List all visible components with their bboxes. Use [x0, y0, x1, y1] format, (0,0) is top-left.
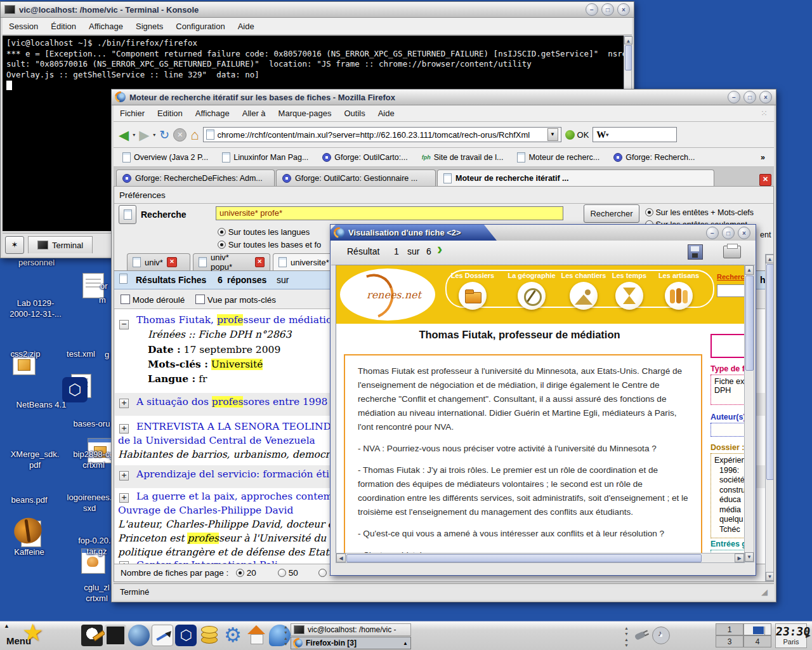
desktop-icon-testxml[interactable]: test.xml — [54, 349, 108, 359]
pager-desktop-4[interactable]: 4 — [743, 635, 771, 647]
irenees-logo[interactable]: renees.net — [340, 269, 435, 321]
menu-session[interactable]: Session — [9, 22, 38, 31]
result-5-title-line2[interactable]: Ouvrage de Charles-Philippe David — [118, 505, 294, 516]
search-submit-button[interactable]: Rechercher — [584, 204, 639, 223]
close-button[interactable]: × — [759, 91, 772, 103]
desktop-icon-personnel[interactable]: personnel — [6, 258, 67, 267]
go-button[interactable]: OK — [565, 130, 589, 140]
maximize-button[interactable]: □ — [601, 3, 614, 16]
menu-aide[interactable]: Aide — [238, 22, 254, 31]
back-dropdown-icon[interactable]: ▾ — [133, 132, 135, 138]
desktop-icon-lab-label[interactable]: Lab 0129- — [0, 298, 71, 308]
kmenu-button[interactable]: ★ Menu — [6, 621, 73, 649]
result-2-title[interactable]: A situação dos professores entre 1998 — [136, 396, 327, 408]
home-icon[interactable] — [246, 625, 267, 646]
menu-edition[interactable]: Edition — [157, 109, 183, 118]
desktop-icon-xmerge-label[interactable]: XMerge_sdk. — [0, 449, 70, 459]
lang-radio[interactable]: Sur toutes les langues — [218, 227, 310, 237]
desktop-icon-xmerge-label2[interactable]: pdf — [0, 460, 70, 470]
desktop-icon-css2zip[interactable]: css2.zip — [3, 349, 48, 359]
resize-grip-icon[interactable]: ◢ — [761, 587, 768, 597]
menu-fichier[interactable]: Fichier — [120, 109, 145, 118]
pagesize-radio-50[interactable]: 50 — [278, 568, 298, 578]
preferences-link[interactable]: Préférences — [119, 190, 166, 200]
print-button[interactable] — [723, 246, 741, 258]
expand-icon[interactable] — [119, 424, 129, 434]
minimize-button[interactable]: − — [706, 227, 719, 239]
home-button[interactable]: ⌂ — [190, 128, 199, 142]
query-tab-univ-popu[interactable]: univ* popu*✕ — [193, 253, 270, 270]
expand-icon[interactable] — [119, 493, 129, 503]
forward-button[interactable]: ▶ — [139, 128, 149, 142]
coins-icon[interactable] — [199, 625, 220, 646]
netbeans-launcher-icon[interactable]: ⬡ — [175, 625, 197, 646]
result-5-title[interactable]: La guerre et la paix, approches contem — [136, 491, 332, 502]
collapse-icon[interactable] — [119, 320, 129, 329]
viewer-horizontal-scrollbar[interactable]: ◀ ▶ — [336, 553, 745, 563]
tab-gforge-recherchedefiches[interactable]: Gforge: RechercheDeFiches: Adm... — [116, 169, 275, 186]
result-6-title[interactable]: Center for International Poli — [136, 559, 278, 564]
desktop-icon-beans[interactable]: beans.pdf — [0, 495, 58, 505]
konsole-titlebar[interactable]: vic@localhost: /home/vic - Terminal - Ko… — [1, 2, 634, 18]
bookmark-overview-java[interactable]: Overview (Java 2 P... — [122, 152, 208, 162]
globe-browser-icon[interactable] — [128, 625, 150, 646]
menu-aide[interactable]: Aide — [378, 109, 395, 118]
tab-close-button[interactable]: ✕ — [759, 174, 771, 186]
stop-button[interactable]: ✕ — [173, 128, 187, 142]
task-list-scroll-icons[interactable]: ▲▼▲▼ — [284, 624, 288, 647]
mode-deroule-checkbox[interactable]: Mode déroulé — [121, 295, 185, 305]
reload-button[interactable]: ↻ — [159, 128, 169, 142]
result-4-title[interactable]: Aprendizaje del servicio: formación éti — [136, 468, 329, 480]
banner-search-label[interactable]: Recherch — [717, 273, 745, 281]
url-dropdown-button[interactable]: ▼ — [547, 128, 558, 141]
pager-desktop-2-active[interactable] — [743, 623, 771, 635]
nav-les-temps[interactable]: Les temps — [603, 272, 656, 310]
close-button[interactable]: × — [738, 227, 750, 239]
netbeans-icon[interactable]: ⬡ — [62, 377, 88, 402]
bookmark-moteur-recherche[interactable]: Moteur de recherc... — [517, 152, 599, 162]
pagesize-radio-20[interactable]: 20 — [236, 568, 256, 578]
menu-edition[interactable]: Édition — [51, 22, 76, 31]
bookmarks-overflow-chevron[interactable]: » — [761, 153, 765, 162]
text-editor-icon[interactable] — [152, 625, 173, 646]
next-result-button[interactable]: › — [437, 240, 442, 258]
expand-icon[interactable] — [119, 399, 129, 408]
panel-hide-right-icon[interactable]: ▶ — [806, 632, 811, 639]
result-1-title[interactable]: Thomas Fiutak, professeur de médiatio — [136, 314, 332, 326]
menu-configuration[interactable]: Configuration — [176, 22, 225, 31]
penguin-editor-icon[interactable] — [81, 625, 103, 646]
result-3-title-line2[interactable]: de la Universidad Central de Venezuela — [118, 435, 315, 446]
menu-affichage[interactable]: Affichage — [89, 22, 123, 31]
result-3-title[interactable]: ENTREVISTA A LA SENORA TEOLIND — [136, 421, 331, 432]
desktop-icon-kaffeine[interactable]: Kaffeine — [0, 547, 58, 557]
save-button[interactable] — [688, 244, 703, 260]
nav-les-dossiers[interactable]: Les Dossiers — [446, 272, 499, 310]
banner-search-input[interactable] — [717, 284, 745, 297]
menu-signets[interactable]: Signets — [136, 22, 163, 31]
taskbar-entry-firefox[interactable]: Firefox-bin [3] ▲ — [291, 637, 411, 649]
search-engine-dropdown-icon[interactable]: ▾ — [606, 132, 608, 138]
terminal-launcher-icon[interactable] — [105, 625, 126, 646]
tab-moteur-recherche-active[interactable]: Moteur de recherche itératif ... — [437, 169, 714, 186]
query-tab-close-icon[interactable]: ✕ — [255, 257, 265, 267]
nav-la-geographie[interactable]: La géographie — [505, 272, 558, 310]
viewer-titlebar[interactable]: Visualisation d'une fiche <2> — [331, 225, 497, 241]
search-engine-box[interactable]: W ▾ — [593, 127, 677, 142]
back-button[interactable]: ◀ — [119, 128, 129, 142]
forward-dropdown-icon[interactable]: ▾ — [153, 132, 155, 138]
settings-gear-icon[interactable]: ⚙ — [222, 625, 244, 646]
scope-radio-1[interactable]: Sur les entêtes + Mots-clefs — [645, 208, 754, 217]
new-session-button[interactable]: ✶ — [5, 236, 24, 254]
url-bar[interactable]: chrome://rchf/content/main.xul?server=ht… — [203, 127, 561, 142]
menu-outils[interactable]: Outils — [344, 109, 365, 118]
maximize-button[interactable]: □ — [743, 91, 756, 103]
close-button[interactable]: × — [617, 3, 630, 16]
search-tool-button[interactable] — [119, 205, 136, 224]
query-tab-close-icon[interactable]: ✕ — [167, 257, 177, 267]
terminal-session-tab[interactable]: Terminal — [28, 236, 93, 253]
expand-icon[interactable] — [119, 471, 129, 481]
power-plug-icon[interactable] — [632, 628, 649, 643]
firefox-titlebar[interactable]: Moteur de recherche itératif sur les bas… — [112, 90, 776, 105]
maximize-button[interactable]: □ — [722, 227, 735, 239]
minimize-button[interactable]: − — [728, 91, 740, 103]
